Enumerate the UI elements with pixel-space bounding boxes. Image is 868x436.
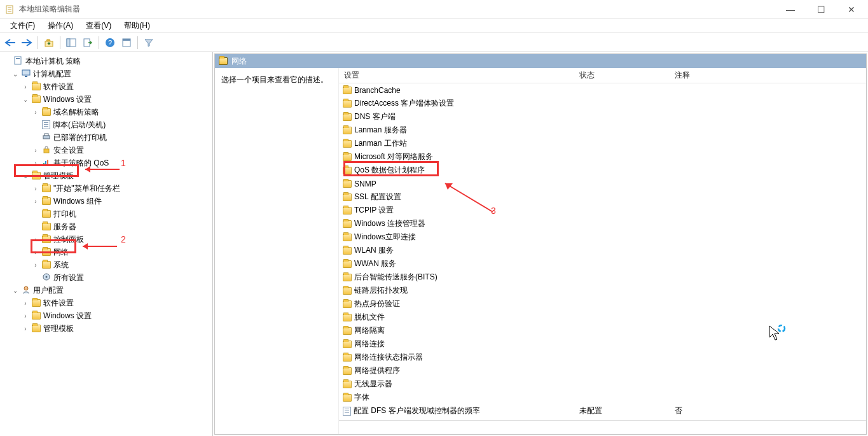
- tree-label: 控制面板: [53, 234, 84, 245]
- list-item[interactable]: 网络连接状态指示器: [339, 351, 866, 364]
- tree-deployed-printers[interactable]: 已部署的打印机: [1, 131, 211, 144]
- tree-root[interactable]: 本地计算机 策略: [1, 55, 211, 67]
- list-item[interactable]: Lanman 工作站: [339, 137, 866, 150]
- list-item-label: Lanman 服务器: [354, 125, 407, 136]
- tree-label: 网络: [53, 247, 69, 258]
- list-item[interactable]: Lanman 服务器: [339, 123, 866, 137]
- export-list-button[interactable]: [80, 35, 95, 50]
- menu-help[interactable]: 帮助(H): [118, 19, 156, 32]
- list-item[interactable]: Microsoft 对等网络服务: [339, 150, 866, 164]
- list-item[interactable]: 网络隔离: [339, 324, 866, 337]
- close-button[interactable]: ✕: [843, 4, 860, 15]
- folder-icon: [42, 223, 51, 230]
- tree-printers[interactable]: 打印机: [1, 207, 211, 220]
- tree-user-software-settings[interactable]: › 软件设置: [1, 297, 211, 309]
- list-item-label: 热点身份验证: [354, 299, 400, 309]
- tree-user-config[interactable]: ⌄ 用户配置: [1, 284, 211, 297]
- help-button[interactable]: ?: [102, 35, 118, 50]
- folder-icon: [343, 247, 352, 255]
- tree-label: 已部署的打印机: [53, 132, 107, 143]
- show-hide-tree-button[interactable]: [64, 35, 79, 50]
- menu-action[interactable]: 操作(A): [41, 19, 79, 32]
- list-item[interactable]: QoS 数据包计划程序: [339, 164, 866, 177]
- svg-rect-16: [43, 136, 50, 139]
- list-item[interactable]: SNMP: [339, 177, 866, 190]
- menu-view[interactable]: 查看(V): [79, 19, 118, 32]
- tree-software-settings[interactable]: › 软件设置: [1, 80, 211, 93]
- list-item-label: Windows 连接管理器: [354, 218, 425, 229]
- list-item[interactable]: 无线显示器: [339, 377, 866, 391]
- folder-icon: [32, 312, 41, 320]
- tree-scripts[interactable]: 脚本(启动/关机): [1, 118, 211, 131]
- list-item-label: 网络隔离: [354, 325, 385, 336]
- menu-file[interactable]: 文件(F): [4, 19, 41, 32]
- tree-security-settings[interactable]: › 安全设置: [1, 144, 211, 157]
- folder-icon: [343, 167, 352, 174]
- list-item-label: 网络连接: [354, 339, 385, 349]
- list-item[interactable]: 链路层拓扑发现: [339, 284, 866, 297]
- list-item-label: DNS 客户端: [354, 111, 396, 122]
- col-setting[interactable]: 设置: [339, 70, 574, 81]
- list-item[interactable]: Windows立即连接: [339, 230, 866, 244]
- list-item-label: 网络连接状态指示器: [354, 352, 423, 363]
- app-icon: [5, 4, 15, 15]
- list-item[interactable]: DNS 客户端: [339, 110, 866, 123]
- tree-system[interactable]: › 系统: [1, 258, 211, 271]
- list-item[interactable]: 网络提供程序: [339, 364, 866, 377]
- list-item[interactable]: TCPIP 设置: [339, 204, 866, 217]
- tree-all-settings[interactable]: 所有设置: [1, 271, 211, 284]
- tree-pane[interactable]: 本地计算机 策略 ⌄ 计算机配置 › 软件设置 ⌄ Windows 设置: [0, 52, 213, 436]
- list-item-label: 网络提供程序: [354, 365, 400, 376]
- up-level-button[interactable]: [41, 35, 57, 50]
- svg-rect-13: [16, 58, 20, 59]
- list-item[interactable]: 热点身份验证: [339, 297, 866, 311]
- list-item[interactable]: 脱机文件: [339, 311, 866, 324]
- tree-dns-policy[interactable]: › 域名解析策略: [1, 106, 211, 118]
- tree-computer-config[interactable]: ⌄ 计算机配置: [1, 67, 211, 80]
- filter-button[interactable]: [141, 35, 156, 50]
- menubar: 文件(F) 操作(A) 查看(V) 帮助(H): [0, 19, 868, 33]
- list-item[interactable]: BranchCache: [339, 83, 866, 97]
- tree-start-menu-taskbar[interactable]: › "开始"菜单和任务栏: [1, 182, 211, 195]
- tree-label: 管理模板: [43, 171, 74, 181]
- tree-windows-settings[interactable]: ⌄ Windows 设置: [1, 93, 211, 106]
- folder-icon: [343, 300, 352, 308]
- list-item[interactable]: 配置 DFS 客户端发现域控制器的频率未配置否: [339, 404, 866, 418]
- list-item[interactable]: WWAN 服务: [339, 257, 866, 271]
- col-comment[interactable]: 注释: [670, 70, 866, 81]
- svg-text:?: ?: [108, 39, 112, 46]
- tree-label: 管理模板: [43, 323, 74, 334]
- list-item[interactable]: SSL 配置设置: [339, 190, 866, 204]
- computer-icon: [22, 69, 31, 80]
- tree-qos-policy[interactable]: › 基于策略的 QoS: [1, 157, 211, 169]
- tree-windows-components[interactable]: › Windows 组件: [1, 195, 211, 207]
- svg-rect-14: [22, 70, 30, 75]
- maximize-button[interactable]: ☐: [812, 4, 830, 15]
- forward-button[interactable]: [19, 35, 34, 50]
- list-item[interactable]: WLAN 服务: [339, 244, 866, 257]
- list-item[interactable]: 字体: [339, 391, 866, 404]
- tree-servers[interactable]: 服务器: [1, 220, 211, 233]
- back-button[interactable]: [3, 35, 18, 50]
- folder-icon: [343, 193, 352, 201]
- list-item[interactable]: 网络连接: [339, 337, 866, 351]
- tree-control-panel[interactable]: › 控制面板: [1, 233, 211, 246]
- tree-user-windows-settings[interactable]: › Windows 设置: [1, 309, 211, 322]
- col-state[interactable]: 状态: [574, 70, 670, 81]
- properties-button[interactable]: [119, 35, 134, 50]
- tree-label: 本地计算机 策略: [25, 56, 81, 67]
- svg-rect-15: [25, 76, 27, 77]
- list-item-label: Microsoft 对等网络服务: [354, 151, 433, 162]
- tree-network[interactable]: › 网络: [1, 246, 211, 258]
- tree-admin-templates[interactable]: ⌄ 管理模板: [1, 169, 211, 182]
- minimize-button[interactable]: —: [782, 4, 799, 15]
- annotation-label-3: 3: [491, 206, 496, 216]
- list-item[interactable]: 后台智能传送服务(BITS): [339, 271, 866, 284]
- list-item-label: SSL 配置设置: [354, 192, 401, 202]
- list-item-label: 配置 DFS 客户端发现域控制器的频率: [354, 405, 480, 416]
- tree-user-admin-templates[interactable]: › 管理模板: [1, 322, 211, 335]
- list-item[interactable]: Windows 连接管理器: [339, 217, 866, 230]
- list-item[interactable]: DirectAccess 客户端体验设置: [339, 97, 866, 110]
- list-rows[interactable]: BranchCacheDirectAccess 客户端体验设置DNS 客户端La…: [339, 83, 866, 420]
- tree-label: 安全设置: [53, 145, 84, 156]
